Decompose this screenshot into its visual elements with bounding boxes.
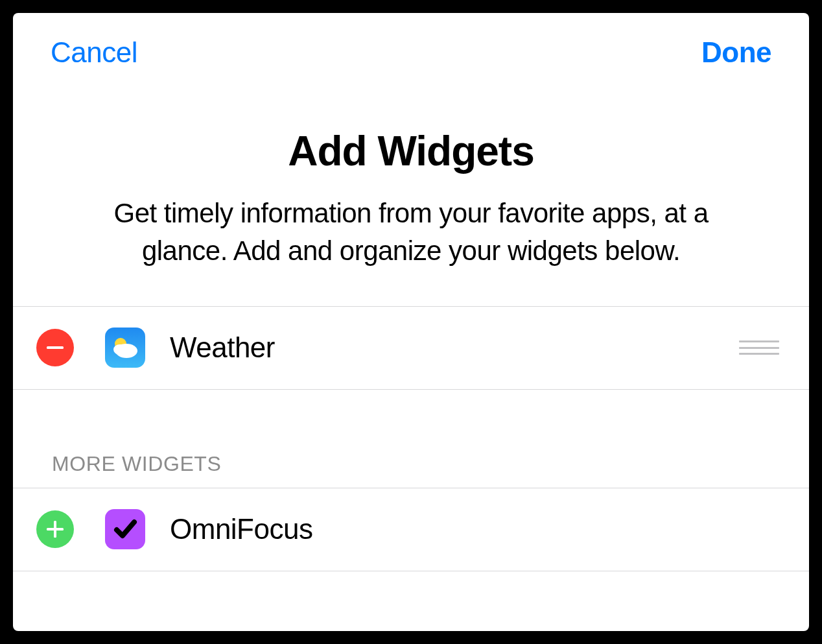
remove-widget-button[interactable] [36, 329, 74, 366]
weather-app-icon [105, 328, 145, 368]
page-subtitle: Get timely information from your favorit… [104, 195, 718, 270]
page-title: Add Widgets [104, 127, 718, 175]
add-widgets-sheet: Cancel Done Add Widgets Get timely infor… [13, 13, 809, 631]
svg-point-3 [113, 344, 126, 355]
header-bar: Cancel Done [13, 13, 809, 69]
more-widgets-header: MORE WIDGETS [13, 390, 809, 488]
title-block: Add Widgets Get timely information from … [13, 69, 809, 306]
widget-row-weather[interactable]: Weather [13, 307, 809, 390]
done-button[interactable]: Done [701, 36, 771, 69]
checkmark-icon [112, 516, 139, 543]
active-widgets-list: Weather [13, 306, 809, 390]
cancel-button[interactable]: Cancel [51, 36, 137, 69]
svg-rect-0 [47, 346, 64, 349]
minus-icon [47, 346, 64, 349]
svg-rect-5 [47, 528, 64, 531]
plus-icon [46, 520, 64, 538]
drag-handle-icon[interactable] [739, 340, 779, 355]
widget-row-label: Weather [170, 331, 739, 364]
omnifocus-app-icon [105, 509, 145, 549]
widget-row-label: OmniFocus [170, 513, 783, 545]
add-widget-button[interactable] [36, 510, 74, 548]
widget-row-omnifocus[interactable]: OmniFocus [13, 488, 809, 571]
more-widgets-list: OmniFocus [13, 488, 809, 571]
